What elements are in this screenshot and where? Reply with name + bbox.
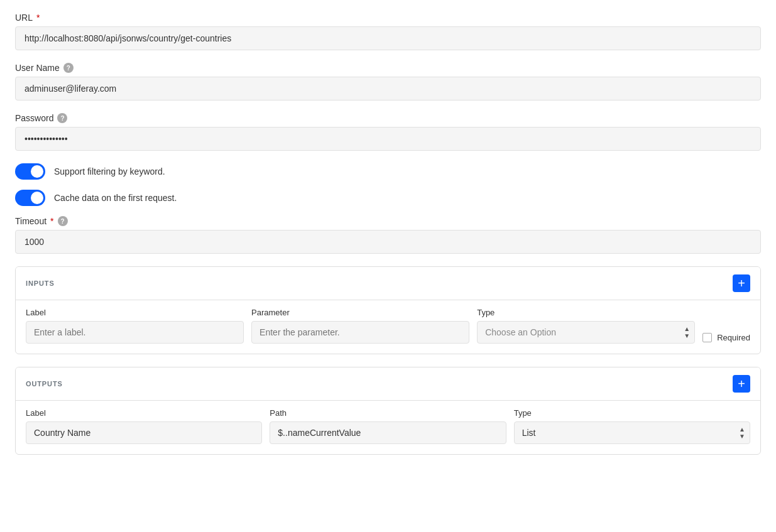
- outputs-path-column: Path: [270, 408, 506, 444]
- timeout-label-text: Timeout: [15, 216, 46, 226]
- inputs-type-select[interactable]: Choose an Option Text Number Boolean Lis…: [477, 321, 695, 344]
- cache-data-slider: [15, 190, 45, 206]
- timeout-input[interactable]: [15, 230, 761, 254]
- inputs-required-checkbox[interactable]: [702, 333, 712, 342]
- username-section: User Name ?: [15, 63, 761, 100]
- cache-data-label: Cache data on the first request.: [54, 193, 177, 203]
- inputs-label-input[interactable]: [26, 321, 244, 344]
- outputs-section-header: OUTPUTS +: [16, 367, 760, 400]
- username-input[interactable]: [15, 77, 761, 100]
- outputs-col-type: Type: [514, 408, 750, 418]
- inputs-col-type: Type: [477, 308, 695, 317]
- outputs-section: OUTPUTS + Label Path Type List Text: [15, 367, 761, 455]
- inputs-label-column: Label: [26, 308, 244, 344]
- password-help-icon[interactable]: ?: [57, 113, 67, 123]
- timeout-required-asterisk: *: [50, 216, 53, 226]
- outputs-section-content: Label Path Type List Text Number Boolean: [16, 400, 760, 454]
- username-label: User Name ?: [15, 63, 761, 73]
- inputs-parameter-input[interactable]: [251, 321, 469, 344]
- timeout-section: Timeout * ?: [15, 216, 761, 254]
- password-label: Password ?: [15, 113, 761, 123]
- password-section: Password ?: [15, 113, 761, 151]
- inputs-section: INPUTS + Label Parameter Type Choose an …: [15, 266, 761, 354]
- inputs-col-parameter: Parameter: [251, 308, 469, 317]
- outputs-type-column: Type List Text Number Boolean ▲ ▼: [514, 408, 750, 444]
- cache-data-toggle-row: Cache data on the first request.: [15, 190, 761, 206]
- inputs-section-header: INPUTS +: [16, 267, 760, 300]
- url-input[interactable]: [15, 26, 761, 50]
- url-required-asterisk: *: [36, 13, 40, 23]
- outputs-col-label: Label: [26, 408, 262, 418]
- timeout-label: Timeout * ?: [15, 216, 761, 226]
- username-help-icon[interactable]: ?: [63, 63, 74, 73]
- url-section: URL *: [15, 13, 761, 50]
- inputs-type-select-wrapper: Choose an Option Text Number Boolean Lis…: [477, 321, 695, 344]
- outputs-grid: Label Path Type List Text Number Boolean: [26, 408, 750, 444]
- outputs-path-input[interactable]: [270, 421, 506, 444]
- inputs-col-label: Label: [26, 308, 244, 317]
- outputs-type-select-wrapper: List Text Number Boolean ▲ ▼: [514, 421, 750, 444]
- outputs-add-button[interactable]: +: [733, 375, 750, 393]
- outputs-col-path: Path: [270, 408, 506, 418]
- filter-keyword-toggle-row: Support filtering by keyword.: [15, 163, 761, 180]
- url-label-text: URL: [15, 13, 33, 23]
- url-label: URL *: [15, 13, 761, 23]
- inputs-required-column: Required: [702, 333, 750, 344]
- inputs-grid: Label Parameter Type Choose an Option Te…: [26, 308, 750, 344]
- filter-keyword-slider: [15, 163, 45, 180]
- filter-keyword-toggle[interactable]: [15, 163, 45, 180]
- cache-data-toggle[interactable]: [15, 190, 45, 206]
- outputs-section-title: OUTPUTS: [26, 380, 63, 388]
- username-label-text: User Name: [15, 63, 60, 73]
- password-input[interactable]: [15, 127, 761, 151]
- inputs-add-button[interactable]: +: [733, 274, 750, 292]
- filter-keyword-label: Support filtering by keyword.: [54, 166, 165, 176]
- outputs-label-input[interactable]: [26, 421, 262, 444]
- timeout-help-icon[interactable]: ?: [58, 216, 68, 226]
- password-label-text: Password: [15, 113, 53, 123]
- inputs-type-column: Type Choose an Option Text Number Boolea…: [477, 308, 695, 344]
- outputs-label-column: Label: [26, 408, 262, 444]
- inputs-section-content: Label Parameter Type Choose an Option Te…: [16, 300, 760, 354]
- inputs-required-label: Required: [717, 333, 750, 342]
- inputs-section-title: INPUTS: [26, 280, 55, 287]
- outputs-type-select[interactable]: List Text Number Boolean: [514, 421, 750, 444]
- inputs-parameter-column: Parameter: [251, 308, 469, 344]
